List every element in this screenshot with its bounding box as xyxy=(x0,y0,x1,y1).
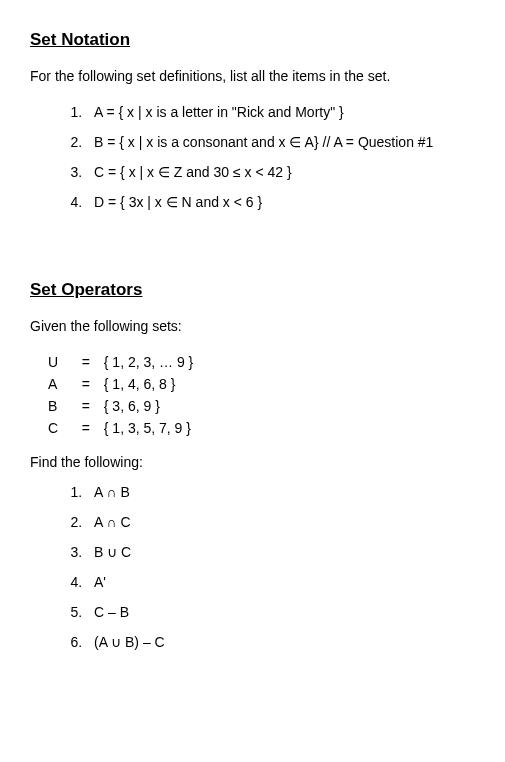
operators-list: A ∩ B A ∩ C B ∪ C A' C – B (A ∪ B) – C xyxy=(30,484,475,650)
equals-sign: = xyxy=(72,376,100,392)
operator-item: A' xyxy=(86,574,475,590)
equals-sign: = xyxy=(72,398,100,414)
set-name: U xyxy=(48,354,68,370)
set-value: { 1, 3, 5, 7, 9 } xyxy=(104,420,191,436)
operator-item: (A ∪ B) – C xyxy=(86,634,475,650)
given-set-row: B = { 3, 6, 9 } xyxy=(30,398,475,414)
operator-item: C – B xyxy=(86,604,475,620)
heading-set-notation: Set Notation xyxy=(30,30,475,50)
equals-sign: = xyxy=(72,354,100,370)
set-notation-item: D = { 3x | x ∈ N and x < 6 } xyxy=(86,194,475,210)
operator-item: B ∪ C xyxy=(86,544,475,560)
intro-set-notation: For the following set definitions, list … xyxy=(30,68,475,84)
set-value: { 3, 6, 9 } xyxy=(104,398,160,414)
heading-set-operators: Set Operators xyxy=(30,280,475,300)
set-notation-item: B = { x | x is a consonant and x ∈ A} //… xyxy=(86,134,475,150)
equals-sign: = xyxy=(72,420,100,436)
set-notation-list: A = { x | x is a letter in "Rick and Mor… xyxy=(30,104,475,210)
given-sets-block: U = { 1, 2, 3, … 9 } A = { 1, 4, 6, 8 } … xyxy=(30,354,475,436)
given-set-row: A = { 1, 4, 6, 8 } xyxy=(30,376,475,392)
find-label: Find the following: xyxy=(30,454,475,470)
intro-set-operators: Given the following sets: xyxy=(30,318,475,334)
operator-item: A ∩ B xyxy=(86,484,475,500)
set-name: A xyxy=(48,376,68,392)
operator-item: A ∩ C xyxy=(86,514,475,530)
given-set-row: U = { 1, 2, 3, … 9 } xyxy=(30,354,475,370)
set-value: { 1, 4, 6, 8 } xyxy=(104,376,176,392)
set-name: B xyxy=(48,398,68,414)
set-notation-item: C = { x | x ∈ Z and 30 ≤ x < 42 } xyxy=(86,164,475,180)
given-set-row: C = { 1, 3, 5, 7, 9 } xyxy=(30,420,475,436)
set-value: { 1, 2, 3, … 9 } xyxy=(104,354,194,370)
set-name: C xyxy=(48,420,68,436)
set-notation-item: A = { x | x is a letter in "Rick and Mor… xyxy=(86,104,475,120)
